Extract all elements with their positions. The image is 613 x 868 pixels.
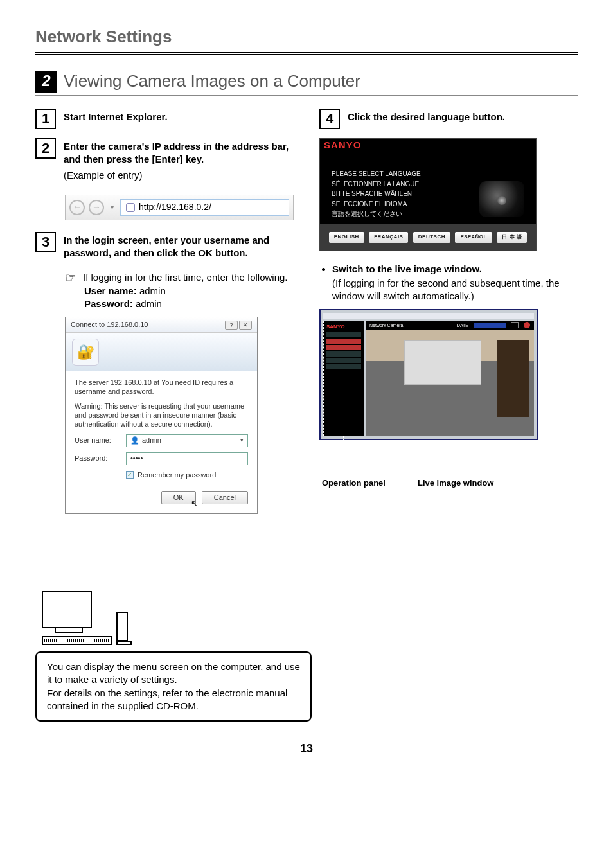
bullet-sub: (If logging in for the second and subseq… bbox=[332, 277, 578, 303]
left-column: 1 Start Internet Explorer. 2 Enter the c… bbox=[35, 109, 294, 722]
switch-live-bullet: Switch to the live image window. (If log… bbox=[321, 263, 578, 303]
step-3-title: In the login screen, enter your username… bbox=[64, 234, 294, 260]
callout-box: You can display the menu screen on the c… bbox=[35, 651, 312, 722]
dlg-pass-label: Password: bbox=[75, 454, 126, 463]
lang-japanese-button[interactable]: 日 本 語 bbox=[497, 232, 527, 243]
back-icon[interactable]: ← bbox=[69, 200, 85, 215]
user-icon: 👤 bbox=[130, 436, 139, 445]
step-number: 1 bbox=[35, 109, 56, 129]
dlg-user-input[interactable]: 👤 admin ▾ bbox=[126, 434, 248, 447]
live-image-window[interactable]: Network Camera DATE bbox=[366, 321, 534, 436]
section-title: Viewing Camera Images on a Computer bbox=[64, 70, 360, 93]
ok-button[interactable]: OK ↖ bbox=[161, 491, 196, 504]
callout-text-1: You can display the menu screen on the c… bbox=[47, 660, 300, 687]
step-2: 2 Enter the camera's IP address in the a… bbox=[35, 138, 294, 186]
step-2-title: Enter the camera's IP address in the add… bbox=[64, 140, 294, 166]
page-title: Network Settings bbox=[35, 26, 578, 48]
panel-item[interactable] bbox=[326, 358, 361, 363]
dialog-msg-2: Warning: This server is requesting that … bbox=[75, 402, 248, 429]
live-image-figure: SANYO Network Camera DATE bbox=[319, 309, 538, 440]
figure-labels: Operation panel Live image window bbox=[319, 477, 578, 489]
step-1: 1 Start Internet Explorer. bbox=[35, 109, 294, 129]
brand-logo-small: SANYO bbox=[326, 324, 361, 331]
bullet-title: Switch to the live image window. bbox=[332, 263, 482, 274]
right-column: 4 Click the desired language button. SAN… bbox=[319, 109, 578, 722]
step-number: 3 bbox=[35, 232, 56, 252]
ok-label: OK bbox=[173, 493, 184, 501]
section-header: 2 Viewing Camera Images on a Computer bbox=[35, 70, 578, 93]
lang-line-es: SELECCIONE EL IDIOMA bbox=[332, 200, 421, 209]
dlg-user-value: admin bbox=[142, 436, 161, 445]
cancel-button[interactable]: Cancel bbox=[202, 491, 248, 504]
password-value: admin bbox=[136, 298, 162, 309]
login-dialog: Connect to 192.168.0.10 ? ✕ 🔐 The server… bbox=[65, 317, 258, 514]
btn-icon[interactable] bbox=[511, 322, 519, 328]
date-field bbox=[474, 323, 506, 328]
tower-base-icon bbox=[116, 641, 132, 645]
password-label: Password: bbox=[84, 298, 133, 309]
dlg-pass-value: ••••• bbox=[130, 454, 143, 463]
dlg-pass-input[interactable]: ••••• bbox=[126, 452, 248, 465]
lang-deutsch-button[interactable]: DEUTSCH bbox=[413, 232, 450, 243]
live-header-title: Network Camera bbox=[369, 323, 404, 328]
tower-icon bbox=[116, 612, 128, 641]
browser-frame-top bbox=[323, 313, 534, 319]
section-number: 2 bbox=[35, 71, 57, 93]
camera-icon bbox=[479, 181, 524, 217]
remember-label: Remember my password bbox=[138, 470, 216, 480]
step-number: 4 bbox=[319, 109, 340, 129]
step-2-note: (Example of entry) bbox=[64, 169, 294, 182]
forward-icon[interactable]: → bbox=[89, 200, 104, 215]
pointing-hand-icon: ☞ bbox=[65, 271, 76, 310]
operation-panel[interactable]: SANYO bbox=[323, 321, 364, 436]
browser-address-bar: ← → ▾ http://192.168.0.2/ bbox=[65, 195, 294, 220]
lang-english-button[interactable]: ENGLISH bbox=[329, 232, 364, 243]
username-value: admin bbox=[139, 285, 166, 296]
callout-line bbox=[343, 436, 344, 468]
title-rule bbox=[35, 52, 578, 55]
username-label: User name: bbox=[84, 285, 137, 296]
label-live-window: Live image window bbox=[418, 477, 493, 489]
url-text: http://192.168.0.2/ bbox=[139, 201, 211, 213]
history-dropdown-icon[interactable]: ▾ bbox=[108, 203, 116, 212]
brand-logo: SANYO bbox=[324, 139, 536, 152]
help-icon[interactable]: ? bbox=[225, 321, 238, 330]
label-operation-panel: Operation panel bbox=[322, 477, 386, 489]
door-shape bbox=[497, 340, 529, 417]
language-select-panel: SANYO PLEASE SELECT LANGUAGE SÉLECTIONNE… bbox=[319, 138, 537, 251]
panel-item[interactable] bbox=[326, 345, 361, 350]
panel-item[interactable] bbox=[326, 364, 361, 369]
date-label: DATE bbox=[457, 323, 468, 328]
panel-item[interactable] bbox=[326, 351, 361, 357]
record-icon[interactable] bbox=[524, 322, 530, 328]
dlg-user-label: User name: bbox=[75, 436, 126, 445]
lang-line-de: BITTE SPRACHE WÄHLEN bbox=[332, 190, 421, 199]
callout-text-2: For details on the settings, refer to th… bbox=[47, 687, 300, 713]
keyboard-icon bbox=[42, 636, 112, 645]
lang-line-en: PLEASE SELECT LANGUAGE bbox=[332, 170, 421, 179]
login-note: ☞ If logging in for the first time, ente… bbox=[65, 271, 294, 310]
room-shape bbox=[404, 340, 481, 385]
login-note-intro: If logging in for the first time, enter … bbox=[83, 271, 288, 284]
panel-item[interactable] bbox=[326, 332, 361, 337]
lang-francais-button[interactable]: FRANÇAIS bbox=[369, 232, 408, 243]
chevron-down-icon[interactable]: ▾ bbox=[240, 436, 244, 444]
step-1-title: Start Internet Explorer. bbox=[64, 111, 294, 123]
lang-line-fr: SÉLECTIONNER LA LANGUE bbox=[332, 180, 421, 189]
lock-globe-icon: 🔐 bbox=[72, 339, 99, 366]
url-input[interactable]: http://192.168.0.2/ bbox=[120, 199, 289, 216]
close-icon[interactable]: ✕ bbox=[239, 321, 252, 330]
cursor-icon: ↖ bbox=[191, 498, 198, 509]
step-4: 4 Click the desired language button. bbox=[319, 109, 578, 129]
remember-checkbox[interactable]: ✓ bbox=[126, 471, 134, 479]
lang-espanol-button[interactable]: ESPAÑOL bbox=[455, 232, 492, 243]
step-3: 3 In the login screen, enter your userna… bbox=[35, 232, 294, 263]
dialog-msg-1: The server 192.168.0.10 at You need ID r… bbox=[75, 378, 248, 396]
panel-item[interactable] bbox=[326, 339, 361, 344]
dialog-title: Connect to 192.168.0.10 bbox=[71, 320, 148, 330]
section-rule bbox=[35, 95, 578, 96]
page-number: 13 bbox=[35, 741, 578, 756]
step-number: 2 bbox=[35, 138, 56, 159]
step-4-title: Click the desired language button. bbox=[348, 111, 578, 123]
ie-icon bbox=[126, 203, 135, 212]
